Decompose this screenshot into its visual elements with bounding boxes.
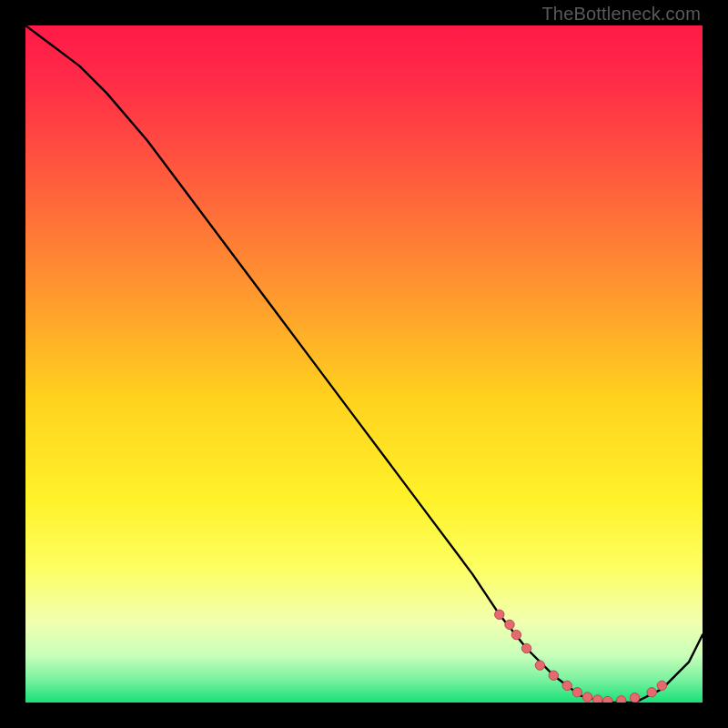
chart-frame [25,25,703,703]
highlight-dot [511,630,521,639]
watermark-text: TheBottleneck.com [541,4,701,25]
highlight-dot [582,693,592,702]
highlight-dot [549,671,558,680]
highlight-dot [505,620,514,629]
highlight-dot [562,681,571,690]
highlight-dot [630,693,639,703]
highlight-dot [593,695,602,703]
highlight-dot [657,681,666,690]
highlight-dot [521,643,531,652]
highlight-dot [603,696,612,703]
highlight-dot [647,688,656,697]
highlight-dot [572,688,581,697]
highlight-dot [617,696,626,703]
highlight-dot [535,661,544,670]
chart-plot [25,25,703,703]
gradient-background [25,25,703,703]
highlight-dot [495,610,504,619]
